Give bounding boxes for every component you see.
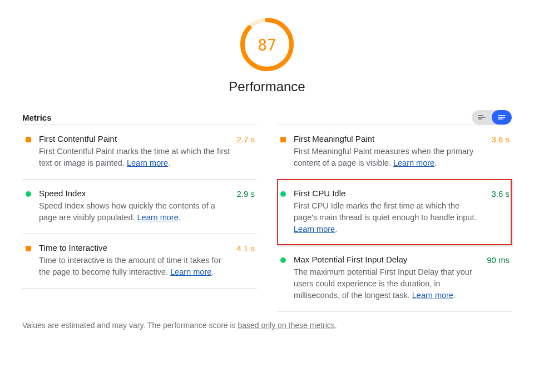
metric-title: First Contentful Paint (39, 134, 230, 143)
status-average-icon (279, 134, 287, 169)
list-compact-icon (478, 115, 486, 120)
metric-title: Time to Interactive (39, 243, 230, 252)
metric-desc: Time to interactive is the amount of tim… (39, 255, 230, 278)
metric-title: First Meaningful Paint (294, 134, 484, 143)
footer-link[interactable]: based only on these metrics (238, 321, 335, 330)
metric-title: First CPU Idle (294, 188, 484, 198)
metric-value: 3.6 s (491, 134, 510, 169)
view-toggle (472, 110, 512, 125)
metric-title: Max Potential First Input Delay (294, 255, 480, 264)
learn-more-link[interactable]: Learn more (137, 213, 179, 222)
status-average-icon (24, 243, 32, 278)
metric-desc: First Contentful Paint marks the time at… (39, 146, 230, 169)
status-good-icon (279, 188, 287, 235)
metric-desc: First CPU Idle marks the first time at w… (294, 200, 484, 235)
learn-more-link[interactable]: Learn more (127, 158, 168, 167)
metric-fcp: First Contentful Paint First Contentful … (22, 125, 257, 179)
gauge-score: 87 (258, 36, 276, 54)
metrics-heading: Metrics (22, 113, 52, 122)
status-good-icon (279, 255, 287, 301)
metric-value: 3.6 s (491, 188, 510, 235)
metrics-grid: First Contentful Paint First Contentful … (22, 125, 512, 312)
view-toggle-expanded[interactable] (492, 110, 512, 125)
metric-fmp: First Meaningful Paint First Meaningful … (277, 125, 512, 179)
metric-desc: First Meaningful Paint measures when the… (294, 146, 484, 169)
learn-more-link[interactable]: Learn more (393, 158, 434, 167)
view-toggle-compact[interactable] (472, 110, 492, 125)
metric-title: Speed Index (39, 188, 230, 198)
footer-note: Values are estimated and may vary. The p… (22, 321, 512, 330)
learn-more-link[interactable]: Learn more (170, 267, 211, 276)
metric-fci: First CPU Idle First CPU Idle marks the … (277, 179, 512, 245)
metric-value: 2.9 s (236, 188, 255, 224)
metric-tti: Time to Interactive Time to interactive … (22, 234, 257, 289)
metric-mfid: Max Potential First Input Delay The maxi… (277, 245, 512, 312)
list-expanded-icon (498, 115, 506, 120)
metric-desc: The maximum potential First Input Delay … (294, 266, 480, 301)
gauge-label: Performance (229, 79, 305, 95)
gauge-svg: 87 (239, 17, 295, 72)
metric-desc: Speed Index shows how quickly the conten… (39, 200, 230, 224)
learn-more-link[interactable]: Learn more (294, 225, 335, 234)
status-good-icon (24, 188, 32, 224)
performance-gauge: 87 Performance (22, 17, 512, 95)
status-average-icon (24, 134, 32, 169)
metric-value: 90 ms (487, 255, 510, 301)
metric-si: Speed Index Speed Index shows how quickl… (22, 179, 257, 234)
metric-value: 2.7 s (236, 134, 255, 169)
metric-value: 4.1 s (236, 243, 255, 278)
learn-more-link[interactable]: Learn more (412, 291, 453, 300)
